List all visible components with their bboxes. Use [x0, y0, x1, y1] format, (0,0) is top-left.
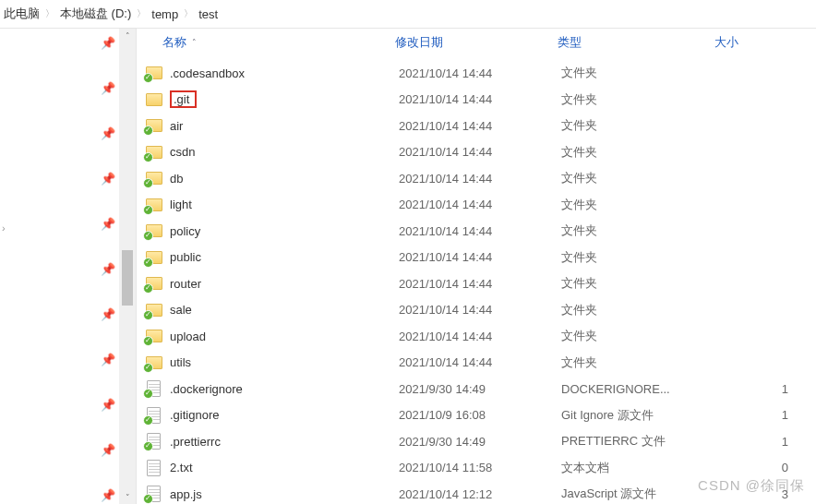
sync-check-icon — [143, 336, 153, 346]
cell-type: PRETTIERRC 文件 — [561, 433, 718, 450]
file-name: upload — [170, 330, 206, 343]
cell-name[interactable]: .dockerignore — [140, 380, 399, 397]
file-row[interactable]: .gitignore2021/10/9 16:08Git Ignore 源文件1 — [137, 402, 816, 429]
cell-name[interactable]: light — [140, 197, 399, 213]
cell-type: 文件夹 — [561, 302, 718, 318]
column-header-name[interactable]: 名称 ˄ — [137, 34, 395, 51]
file-name: sale — [170, 303, 192, 317]
crumb-0[interactable]: 此电脑 — [4, 6, 40, 22]
cell-name[interactable]: sale — [140, 302, 399, 318]
header-name-label: 名称 — [162, 34, 186, 51]
sync-check-icon — [143, 205, 153, 215]
file-list-pane: 名称 ˄ 修改日期 类型 大小 .codesandbox2021/10/14 1… — [137, 29, 816, 504]
file-name: policy — [170, 224, 200, 238]
file-name: .codesandbox — [170, 66, 245, 80]
file-name: light — [170, 198, 192, 211]
breadcrumb[interactable]: 此电脑 〉 本地磁盘 (D:) 〉 temp 〉 test — [0, 0, 816, 29]
cell-date: 2021/10/14 14:44 — [399, 119, 561, 133]
column-header-type[interactable]: 类型 — [558, 34, 714, 51]
cell-date: 2021/9/30 14:49 — [399, 435, 561, 449]
cell-date: 2021/10/14 14:44 — [399, 92, 561, 106]
crumb-3[interactable]: test — [198, 7, 218, 21]
cell-name[interactable]: utils — [140, 354, 399, 371]
cell-name[interactable]: policy — [140, 222, 399, 239]
cell-type: 文件夹 — [561, 354, 718, 371]
column-headers: 名称 ˄ 修改日期 类型 大小 — [137, 29, 816, 60]
sync-check-icon — [143, 415, 153, 426]
folder-icon — [146, 222, 162, 239]
folder-icon — [146, 197, 162, 213]
file-name: public — [170, 250, 201, 264]
file-row[interactable]: air2021/10/14 14:44文件夹 — [137, 113, 816, 139]
cell-date: 2021/10/9 16:08 — [399, 408, 561, 422]
cell-date: 2021/10/14 14:44 — [399, 224, 561, 238]
folder-icon — [146, 170, 162, 186]
sidebar: › 📌 📌 📌 📌 📌 📌 📌 📌 📌 📌 📌 ˄ ˅ — [0, 29, 137, 504]
cell-type: 文件夹 — [561, 249, 718, 266]
file-row[interactable]: .git2021/10/14 14:44文件夹 — [137, 87, 816, 114]
column-header-size[interactable]: 大小 — [714, 34, 816, 51]
file-icon — [146, 433, 162, 450]
file-row[interactable]: csdn2021/10/14 14:44文件夹 — [137, 139, 816, 166]
file-row[interactable]: 2.txt2021/10/14 11:58文本文档0 — [137, 455, 816, 482]
sync-check-icon — [143, 310, 153, 320]
pin-icon: 📌 — [101, 443, 115, 457]
file-row[interactable]: utils2021/10/14 14:44文件夹 — [137, 350, 816, 377]
pin-icon: 📌 — [101, 172, 115, 186]
file-row[interactable]: light2021/10/14 14:44文件夹 — [137, 192, 816, 219]
sidebar-scrollbar[interactable]: ˄ ˅ — [119, 29, 136, 504]
cell-name[interactable]: db — [140, 170, 399, 186]
sync-check-icon — [143, 363, 153, 373]
file-name: utils — [170, 355, 191, 369]
cell-name[interactable]: .git — [140, 90, 399, 108]
tree-marker: › — [2, 222, 6, 234]
folder-icon — [146, 144, 162, 161]
pin-icon: 📌 — [101, 488, 115, 502]
cell-name[interactable]: air — [140, 117, 399, 134]
file-row[interactable]: .prettierrc2021/9/30 14:49PRETTIERRC 文件1 — [137, 428, 816, 455]
cell-name[interactable]: .gitignore — [140, 407, 399, 424]
cell-name[interactable]: 2.txt — [140, 460, 399, 476]
cell-type: 文件夹 — [561, 65, 718, 81]
scrollbar-thumb[interactable] — [122, 250, 133, 306]
cell-date: 2021/10/14 14:44 — [399, 277, 561, 291]
pin-icon: 📌 — [101, 126, 115, 140]
file-icon — [146, 407, 162, 424]
file-row[interactable]: .codesandbox2021/10/14 14:44文件夹 — [137, 60, 816, 87]
cell-date: 2021/10/14 14:44 — [399, 172, 561, 186]
sync-check-icon — [143, 178, 153, 188]
file-row[interactable]: sale2021/10/14 14:44文件夹 — [137, 297, 816, 324]
cell-date: 2021/10/14 14:44 — [399, 145, 561, 159]
crumb-2[interactable]: temp — [151, 7, 178, 21]
cell-name[interactable]: upload — [140, 328, 399, 344]
cell-name[interactable]: .prettierrc — [140, 433, 399, 450]
file-name: router — [170, 277, 201, 291]
pin-icon: 📌 — [101, 81, 115, 95]
file-name: 2.txt — [170, 461, 193, 474]
cell-name[interactable]: .codesandbox — [140, 65, 399, 81]
cell-name[interactable]: router — [140, 275, 399, 292]
file-row[interactable]: policy2021/10/14 14:44文件夹 — [137, 218, 816, 245]
file-row[interactable]: router2021/10/14 14:44文件夹 — [137, 270, 816, 297]
chevron-right-icon: 〉 — [45, 7, 54, 20]
scroll-up-icon[interactable]: ˄ — [119, 29, 136, 43]
scroll-down-icon[interactable]: ˅ — [119, 490, 136, 504]
cell-name[interactable]: app.js — [140, 486, 399, 502]
file-name: db — [170, 172, 183, 186]
pin-icon: 📌 — [101, 353, 115, 366]
cell-name[interactable]: csdn — [140, 144, 399, 161]
file-row[interactable]: .dockerignore2021/9/30 14:49DOCKERIGNORE… — [137, 376, 816, 402]
file-row[interactable]: app.js2021/10/14 12:12JavaScript 源文件3 — [137, 481, 816, 504]
file-row[interactable]: db2021/10/14 14:44文件夹 — [137, 165, 816, 192]
folder-icon — [146, 328, 162, 344]
cell-type: 文件夹 — [561, 328, 718, 344]
sync-check-icon — [143, 73, 153, 83]
crumb-1[interactable]: 本地磁盘 (D:) — [60, 6, 131, 22]
cell-date: 2021/10/14 11:58 — [399, 461, 561, 474]
file-row[interactable]: upload2021/10/14 14:44文件夹 — [137, 323, 816, 350]
file-icon — [146, 460, 162, 476]
column-header-date[interactable]: 修改日期 — [395, 34, 558, 51]
file-row[interactable]: public2021/10/14 14:44文件夹 — [137, 245, 816, 271]
cell-name[interactable]: public — [140, 249, 399, 266]
cell-type: 文件夹 — [561, 275, 718, 292]
